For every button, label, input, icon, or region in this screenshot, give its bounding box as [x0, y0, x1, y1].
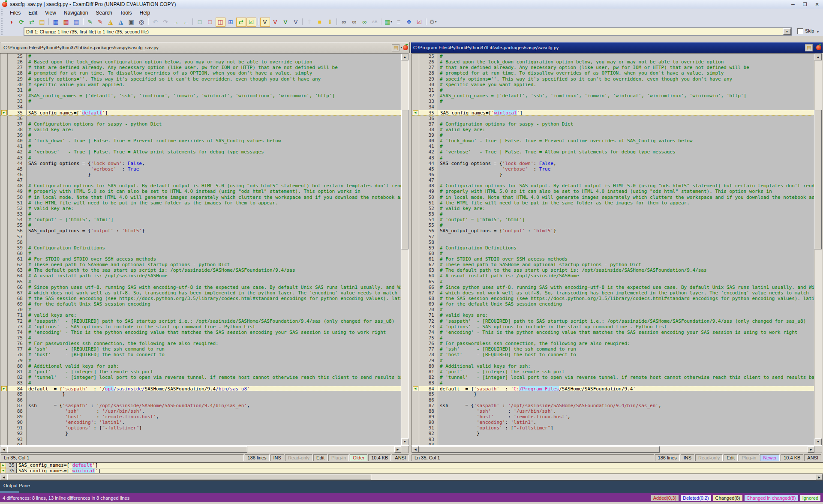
scroll-thumb[interactable]: [814, 110, 822, 249]
current-block-icon[interactable]: ■: [315, 18, 325, 27]
print-icon[interactable]: ▣: [126, 18, 136, 27]
menu-help[interactable]: Help: [136, 9, 154, 17]
diff-marker-left-arrow-icon[interactable]: ◀: [412, 386, 419, 391]
scroll-thumb[interactable]: [7, 474, 371, 480]
left-vertical-scrollbar[interactable]: ▲ ▼: [401, 54, 408, 445]
bottom-horizontal-scrollbar[interactable]: ◀ ▶: [0, 474, 823, 480]
open-file-icon[interactable]: ▤: [392, 44, 399, 51]
filter-all-differences-icon[interactable]: ∇: [260, 18, 270, 27]
toolbar-grip[interactable]: [1, 18, 4, 26]
swap-panes-icon[interactable]: ⇄: [27, 18, 37, 27]
dropdown-arrow-icon[interactable]: ▾: [390, 20, 392, 24]
find-in-files-icon[interactable]: ∞: [349, 18, 359, 27]
menu-tools[interactable]: Tools: [116, 9, 136, 17]
scroll-thumb[interactable]: [7, 446, 247, 453]
open-files-icon[interactable]: ▤: [37, 18, 47, 27]
dropdown-arrow-icon[interactable]: ▾: [435, 20, 437, 24]
maximize-button[interactable]: ❐: [799, 1, 811, 8]
menu-search[interactable]: Search: [92, 9, 116, 17]
scroll-up-icon[interactable]: ▲: [814, 54, 822, 60]
diff-marker-right-arrow-icon[interactable]: ▶: [0, 463, 6, 468]
print-preview-icon[interactable]: ◎: [137, 18, 147, 27]
diff-marker-right-arrow-icon[interactable]: ▶: [0, 386, 8, 391]
edit-options-icon[interactable]: ☑: [415, 18, 424, 27]
find-icon[interactable]: ∞: [339, 18, 349, 27]
open-file-icon[interactable]: ▤: [805, 44, 813, 51]
toolbar-grip[interactable]: [1, 9, 4, 16]
save-composite-second-icon[interactable]: ◮: [116, 18, 126, 27]
current-diff-combo[interactable]: Diff 1: Change 1 line (35, first file) t…: [24, 27, 792, 36]
right-code-pane[interactable]: 25#26# Based upon the lock_down configur…: [412, 53, 822, 446]
recompare-icon[interactable]: ⟳: [17, 18, 27, 27]
save-second-icon[interactable]: ▦: [61, 18, 71, 27]
show-diff-markers-icon[interactable]: ☑: [246, 18, 256, 27]
toolbar-grip[interactable]: [1, 27, 4, 35]
scroll-thumb[interactable]: [401, 110, 408, 249]
scroll-thumb[interactable]: [419, 446, 660, 453]
scroll-track[interactable]: [419, 446, 808, 453]
show-first-pane-icon[interactable]: □: [195, 18, 205, 27]
previous-block-icon[interactable]: ⇑: [305, 18, 315, 27]
left-pane-header[interactable]: C:\Program Files\Python\Python37\Lib\sit…: [1, 42, 410, 53]
badge-changed-8[interactable]: Changed(8): [713, 495, 742, 501]
menu-edit[interactable]: Edit: [24, 9, 41, 17]
scroll-down-icon[interactable]: ▼: [814, 438, 822, 445]
edit-first-icon[interactable]: ✎: [85, 18, 95, 27]
scroll-down-icon[interactable]: ▼: [401, 438, 408, 445]
diff-marker-right-arrow-icon[interactable]: ▶: [0, 110, 8, 115]
find-next-icon[interactable]: ∞: [360, 18, 369, 27]
split-view-icon[interactable]: ◫: [216, 18, 225, 27]
scroll-track[interactable]: [7, 474, 816, 480]
scroll-up-icon[interactable]: ▲: [401, 54, 408, 60]
scroll-right-icon[interactable]: ▶: [816, 474, 823, 480]
badge-deleted-0-2[interactable]: Deleted(0,2): [681, 495, 711, 501]
badge-added-0-3[interactable]: Added(0,3): [651, 495, 679, 501]
next-block-icon[interactable]: ⇓: [325, 18, 335, 27]
statistics-icon[interactable]: ▦▾: [384, 18, 393, 27]
combo-dropdown-icon[interactable]: ▼: [783, 28, 791, 35]
close-button[interactable]: ✕: [811, 1, 823, 8]
next-difference-icon[interactable]: →: [171, 18, 181, 27]
save-first-icon[interactable]: ▦: [51, 18, 61, 27]
scroll-track[interactable]: [814, 60, 822, 438]
scroll-left-icon[interactable]: ◀: [0, 474, 7, 480]
save-both-icon[interactable]: ▦: [72, 18, 81, 27]
previous-difference-icon[interactable]: ←: [181, 18, 191, 27]
badge-changed-in-changed-8[interactable]: Changed in changed(8): [745, 495, 798, 501]
left-horizontal-scrollbar[interactable]: ◀ ▶: [0, 446, 409, 453]
left-code-pane[interactable]: 25#26# Based upon the lock_down configur…: [0, 53, 409, 446]
file-dropdown-icon[interactable]: ▾: [400, 46, 402, 49]
redo-icon[interactable]: ↷: [161, 18, 171, 27]
skip-checkbox[interactable]: [797, 28, 803, 34]
word-wrap-icon[interactable]: ≡: [394, 18, 404, 27]
right-vertical-scrollbar[interactable]: ▲ ▼: [814, 54, 822, 445]
filter-changed-icon[interactable]: ∇: [270, 18, 280, 27]
badge-ignored[interactable]: Ignored: [800, 495, 820, 501]
plugins-icon[interactable]: ❖: [404, 18, 414, 27]
filter-ignored-icon[interactable]: ∇: [291, 18, 301, 27]
minimize-button[interactable]: ─: [787, 1, 799, 8]
menu-navigation[interactable]: Navigation: [60, 9, 92, 17]
diff-marker-left-arrow-icon[interactable]: ◀: [0, 468, 6, 474]
show-second-pane-icon[interactable]: □: [205, 18, 215, 27]
diff-marker-left-arrow-icon[interactable]: ◀: [412, 110, 419, 115]
scroll-track[interactable]: [7, 446, 394, 453]
save-composite-first-icon[interactable]: ◮: [106, 18, 116, 27]
right-pane-header[interactable]: C:\Program Files\Python\Python37\Lib\sit…: [411, 42, 823, 53]
compare-icon[interactable]: ◑: [6, 18, 16, 27]
scroll-left-icon[interactable]: ◀: [412, 446, 419, 453]
undo-icon[interactable]: ↶: [150, 18, 160, 27]
settings-gear-icon[interactable]: ⚙▾: [428, 18, 438, 27]
file-dropdown-icon[interactable]: ▾: [814, 46, 815, 49]
scroll-right-icon[interactable]: ▶: [394, 446, 401, 453]
menu-files[interactable]: Files: [6, 9, 24, 17]
menu-view[interactable]: View: [41, 9, 60, 17]
edit-second-icon[interactable]: ✎: [96, 18, 105, 27]
scroll-left-icon[interactable]: ◀: [0, 446, 7, 453]
toolbar-overflow-icon[interactable]: ▾: [817, 30, 819, 34]
match-case-icon[interactable]: AB: [370, 18, 380, 27]
scroll-right-icon[interactable]: ▶: [808, 446, 814, 453]
right-horizontal-scrollbar[interactable]: ◀ ▶: [412, 446, 822, 453]
filter-matching-icon[interactable]: ∇: [281, 18, 291, 27]
scroll-track[interactable]: [401, 60, 408, 438]
